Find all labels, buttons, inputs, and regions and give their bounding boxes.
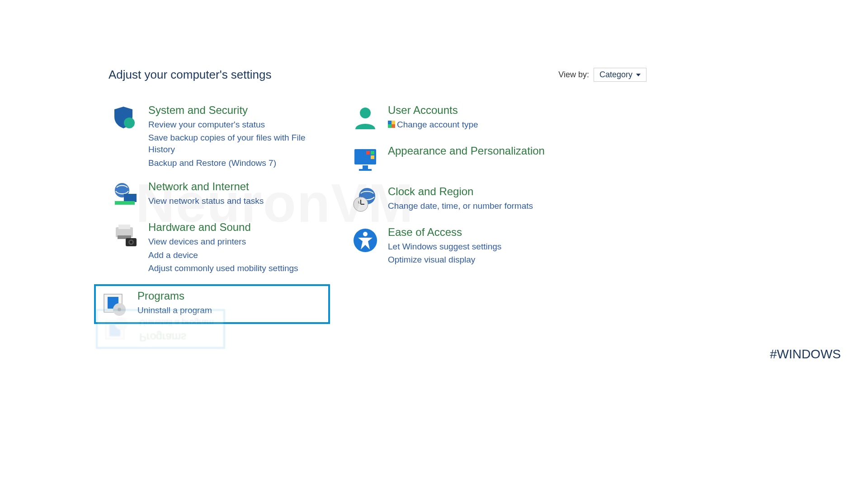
category-link[interactable]: Change account type xyxy=(388,119,478,131)
category-system-security: System and Security Review your computer… xyxy=(108,102,330,170)
chevron-down-icon xyxy=(636,74,641,76)
clock-globe-icon: L xyxy=(351,185,380,214)
svg-rect-17 xyxy=(388,124,392,128)
printer-camera-icon xyxy=(111,221,140,250)
svg-point-32 xyxy=(363,232,368,236)
svg-point-13 xyxy=(118,308,121,311)
category-link[interactable]: View devices and printers xyxy=(148,236,298,248)
category-link[interactable]: Change date, time, or number formats xyxy=(388,200,533,212)
category-title[interactable]: System and Security xyxy=(148,104,327,117)
right-column: User Accounts Change account type xyxy=(348,102,574,332)
view-by-value: Category xyxy=(599,70,632,80)
svg-rect-15 xyxy=(388,121,392,124)
category-link[interactable]: Add a device xyxy=(148,249,298,261)
svg-text:L: L xyxy=(358,200,360,204)
svg-rect-20 xyxy=(363,165,368,169)
category-link[interactable]: Save backup copies of your files with Fi… xyxy=(148,132,327,155)
category-link[interactable]: Let Windows suggest settings xyxy=(388,241,501,253)
category-link[interactable]: Optimize visual display xyxy=(388,254,501,266)
svg-rect-2 xyxy=(124,194,137,202)
category-link[interactable]: Review your computer's status xyxy=(148,119,327,131)
category-title[interactable]: User Accounts xyxy=(388,104,478,117)
monitor-personalization-icon xyxy=(351,145,380,174)
control-panel-container: Adjust your computer's settings View by:… xyxy=(0,0,868,332)
svg-rect-5 xyxy=(118,225,130,229)
category-ease-of-access: Ease of Access Let Windows suggest setti… xyxy=(348,224,574,267)
user-icon xyxy=(351,104,380,133)
view-by-group: View by: Category xyxy=(558,68,646,82)
category-link[interactable]: Backup and Restore (Windows 7) xyxy=(148,157,327,169)
categories-columns: System and Security Review your computer… xyxy=(108,102,760,332)
programs-icon xyxy=(100,290,129,319)
svg-point-9 xyxy=(130,241,132,244)
svg-rect-16 xyxy=(392,121,395,124)
category-user-accounts: User Accounts Change account type xyxy=(348,102,574,135)
shield-icon xyxy=(111,104,140,133)
page-title: Adjust your computer's settings xyxy=(108,68,271,82)
category-appearance-personalization: Appearance and Personalization xyxy=(348,143,574,175)
category-clock-region: L Clock and Region Change date, time, or… xyxy=(348,183,574,216)
accessibility-icon xyxy=(351,226,380,255)
header-row: Adjust your computer's settings View by:… xyxy=(108,68,760,82)
category-link[interactable]: View network status and tasks xyxy=(148,195,264,207)
category-link[interactable]: Adjust commonly used mobility settings xyxy=(148,263,298,274)
view-by-dropdown[interactable]: Category xyxy=(594,68,646,82)
svg-point-0 xyxy=(124,117,135,128)
category-network-internet: Network and Internet View network status… xyxy=(108,178,330,211)
svg-rect-18 xyxy=(392,124,395,128)
category-link[interactable]: Uninstall a program xyxy=(137,305,212,316)
left-column: System and Security Review your computer… xyxy=(108,102,330,332)
category-title[interactable]: Network and Internet xyxy=(148,180,264,193)
svg-rect-3 xyxy=(115,201,135,205)
category-title[interactable]: Appearance and Personalization xyxy=(388,145,545,158)
category-title[interactable]: Programs xyxy=(137,290,212,303)
uac-shield-icon xyxy=(388,119,395,131)
category-title[interactable]: Hardware and Sound xyxy=(148,221,298,234)
svg-rect-24 xyxy=(366,155,370,159)
svg-rect-22 xyxy=(366,151,370,155)
svg-rect-23 xyxy=(371,151,374,155)
globe-network-icon xyxy=(111,180,140,209)
svg-point-14 xyxy=(360,108,371,118)
category-hardware-sound: Hardware and Sound View devices and prin… xyxy=(108,219,330,276)
category-title[interactable]: Ease of Access xyxy=(388,226,501,239)
svg-rect-25 xyxy=(371,155,374,159)
view-by-label: View by: xyxy=(558,70,589,80)
svg-rect-21 xyxy=(359,169,372,171)
hashtag-label: #WINDOWS xyxy=(770,347,841,361)
category-title[interactable]: Clock and Region xyxy=(388,185,533,198)
category-programs: Programs Uninstall a program xyxy=(94,284,330,324)
